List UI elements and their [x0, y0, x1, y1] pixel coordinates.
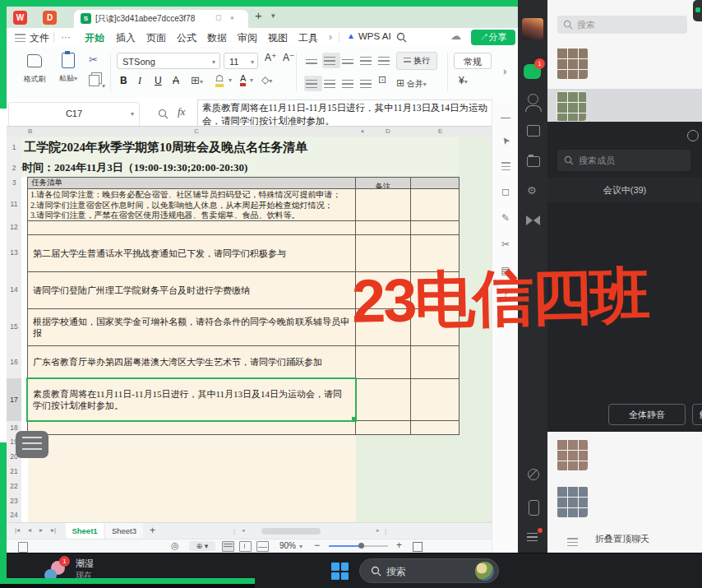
italic-button[interactable]: I: [138, 75, 141, 87]
prev-sheet-icon[interactable]: ◂: [28, 526, 31, 534]
cell[interactable]: [355, 220, 411, 235]
chat-item-banzhang-group[interactable]: 班长群-得力干将 22电信2班李顺廷：[图片] 19: [547, 89, 702, 122]
cell[interactable]: [355, 420, 411, 435]
unmute-all-button[interactable]: 解除静音: [692, 404, 702, 425]
align-right-icon[interactable]: [340, 76, 358, 91]
increase-font-icon[interactable]: A⁺: [265, 52, 276, 63]
col-header-e[interactable]: E: [438, 127, 442, 135]
fullscreen-icon[interactable]: [413, 542, 423, 552]
draw-icon[interactable]: ✎: [492, 212, 519, 224]
formula-input[interactable]: 素质教育周将在11月11日-11月15日进行，其中11月13日及14日为运动会，…: [197, 100, 495, 128]
merge-cells-button[interactable]: ⊞ 合并▾: [396, 75, 442, 91]
toolbar-expand-chevron-icon[interactable]: ›: [503, 65, 506, 77]
comment-icon[interactable]: ◻: [215, 13, 221, 21]
tab-review[interactable]: 审阅: [238, 31, 257, 45]
align-bottom-icon[interactable]: [340, 53, 358, 68]
row-number[interactable]: 22: [7, 479, 21, 494]
row-number-selected[interactable]: 17: [7, 378, 21, 422]
zoom-chevron-icon[interactable]: ▾: [299, 543, 303, 550]
wps-ai-button[interactable]: WPS AI: [358, 31, 391, 41]
column-c-lower-area[interactable]: [28, 434, 356, 522]
font-size-select[interactable]: 11▾: [224, 53, 258, 69]
cell-note-header[interactable]: 备注: [355, 177, 411, 189]
cell-row14[interactable]: 请同学们登陆广州理工学院财务平台及时进行学费缴纳: [27, 271, 356, 309]
clipboard-status-icon[interactable]: [18, 542, 28, 553]
cut-scissors-icon[interactable]: ✂: [89, 53, 98, 66]
document-tab[interactable]: S [只读]c3d41abee7dcce3f78 ◻ ●: [74, 10, 248, 28]
chat-item-huizhou-boluo[interactable]: 惠州博罗校区第… 第二社区辅导员蔡伊琳：… 24/10: [547, 479, 702, 526]
preview-eye-icon[interactable]: ◎: [171, 540, 179, 551]
wps-logo-icon[interactable]: W: [13, 11, 27, 25]
user-avatar[interactable]: [522, 18, 543, 39]
tab-view[interactable]: 视图: [268, 31, 288, 45]
collapse-pinned-row[interactable]: 折叠置顶聊天: [547, 526, 702, 553]
paste-button[interactable]: 粘贴▾: [53, 51, 84, 94]
chat-item-2023-jifen[interactable]: 2023年第二期积… 刘欢23通信2班：@所有人 24/10: [547, 433, 702, 479]
tab-sheet3[interactable]: Sheet3: [105, 523, 143, 539]
row-number[interactable]: 23: [7, 493, 21, 509]
font-color-icon[interactable]: A: [240, 73, 246, 86]
meeting-mini-window[interactable]: [693, 0, 702, 21]
cell[interactable]: [27, 420, 356, 435]
tab-list-chevron-icon[interactable]: ▾: [271, 12, 275, 20]
row-number[interactable]: 21: [7, 464, 21, 479]
cell-c17-selected[interactable]: 素质教育周将在11月11日-11月15日进行，其中11月13日及14日为运动会，…: [27, 378, 356, 421]
cell[interactable]: [410, 188, 460, 221]
row-number[interactable]: 15: [7, 308, 21, 346]
cell[interactable]: [410, 345, 460, 379]
menu-more-button[interactable]: ···: [61, 31, 71, 43]
mute-all-button[interactable]: 全体静音: [608, 404, 686, 425]
positioning-tool[interactable]: ⊕ ▾: [189, 541, 215, 551]
cell[interactable]: [410, 420, 460, 435]
cell[interactable]: [410, 177, 460, 189]
tab-formula[interactable]: 公式: [177, 31, 196, 45]
weather-label[interactable]: 潮湿: [76, 558, 94, 570]
col-header-b[interactable]: B: [28, 127, 32, 135]
cell[interactable]: [410, 220, 460, 235]
justify-icon[interactable]: [358, 76, 376, 91]
last-sheet-icon[interactable]: ▸|: [51, 526, 56, 534]
cell[interactable]: [355, 345, 411, 379]
decrease-font-icon[interactable]: A⁻: [283, 52, 294, 63]
grid-lower-right-area[interactable]: [356, 434, 459, 522]
tab-tools[interactable]: 工具: [298, 31, 318, 45]
col-header-d[interactable]: D: [386, 127, 390, 135]
wechat-search-input[interactable]: 搜索: [557, 16, 687, 34]
font-name-select[interactable]: STSong▾: [117, 53, 220, 69]
contacts-icon[interactable]: [528, 94, 538, 104]
name-box-chevron-icon[interactable]: ▾: [131, 110, 134, 118]
hscroll-left-icon[interactable]: ◂: [242, 527, 245, 534]
unsaved-dot-icon[interactable]: ●: [230, 14, 234, 21]
mini-program-icon[interactable]: [528, 469, 539, 480]
row-number[interactable]: 14: [7, 271, 21, 309]
eraser-icon[interactable]: ◇▾: [261, 74, 272, 86]
member-row[interactable]: 昆林 电信4班钟昆林: [547, 360, 702, 388]
cell-task-header[interactable]: 任务清单: [27, 177, 356, 189]
row-number[interactable]: 2: [7, 159, 21, 178]
name-box[interactable]: C17 ▾: [8, 102, 140, 127]
tab-insert[interactable]: 插入: [116, 31, 136, 45]
sliders-icon[interactable]: [492, 161, 519, 173]
hamburger-menu-icon[interactable]: [15, 34, 25, 42]
fill-color-icon[interactable]: ☖: [215, 73, 224, 87]
collections-box-icon[interactable]: [527, 125, 540, 137]
decrease-indent-icon[interactable]: [358, 53, 376, 68]
docer-logo-icon[interactable]: D: [43, 11, 57, 25]
channels-icon[interactable]: [526, 215, 533, 225]
zoom-in-button[interactable]: +: [396, 539, 402, 551]
add-member-icon[interactable]: [687, 130, 699, 141]
col-header-c[interactable]: C: [194, 127, 199, 135]
row-number[interactable]: 24: [7, 508, 21, 523]
collapse-handle-icon[interactable]: —: [492, 112, 519, 123]
underline-button[interactable]: U: [155, 75, 162, 86]
menu-overflow-chevron-icon[interactable]: ›: [329, 31, 332, 43]
cell-notes[interactable]: 1.请各位同学注意：晚归务必配合宿管、社区辅导员扫码登记，特殊情况可提前申请； …: [27, 188, 356, 221]
tab-data[interactable]: 数据: [207, 31, 227, 45]
currency-format-button[interactable]: ¥▾: [459, 75, 468, 86]
hscroll-right-icon[interactable]: ▸: [376, 527, 380, 534]
member-search-input[interactable]: 搜索成员: [557, 150, 690, 171]
cell[interactable]: [355, 378, 411, 421]
cell[interactable]: [410, 378, 460, 421]
row-number[interactable]: 11: [7, 188, 21, 221]
menu-file[interactable]: 文件: [30, 31, 49, 45]
